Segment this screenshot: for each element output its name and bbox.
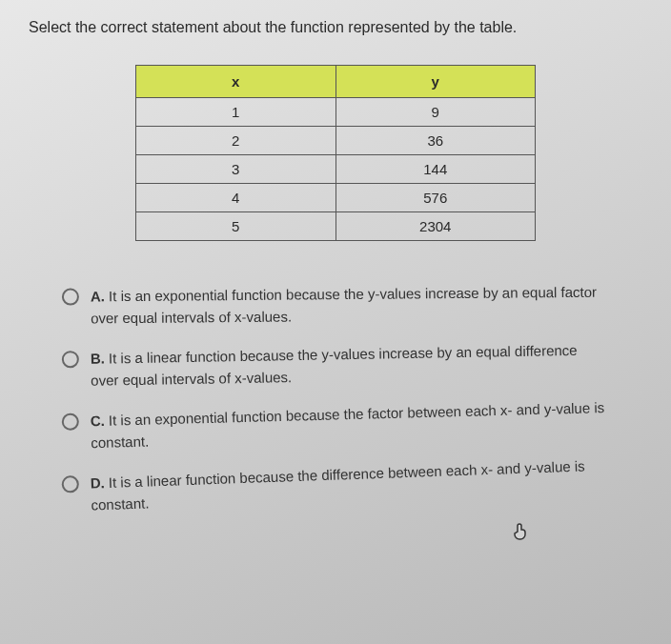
radio-d[interactable] [61,475,79,493]
table-header-y: y [336,66,536,98]
table-cell-y: 576 [336,184,536,212]
table-container: x y 1 9 2 36 3 144 4 576 5 2304 [29,65,642,241]
table-row: 5 2304 [136,212,536,241]
option-b-text: B. It is a linear function because the y… [91,339,606,391]
option-d-text: D. It is a linear function because the d… [90,455,605,516]
option-a-text: A. It is an exponential function because… [91,282,605,330]
table-row: 3 144 [136,155,536,184]
options-container: A. It is an exponential function because… [29,284,642,507]
table-cell-y: 9 [336,98,536,127]
table-cell-x: 3 [136,155,336,184]
question-text: Select the correct statement about the f… [29,19,642,36]
radio-c[interactable] [62,413,79,431]
table-row: 1 9 [136,98,536,127]
table-cell-x: 5 [136,212,336,241]
table-cell-x: 1 [136,98,336,127]
radio-b[interactable] [62,351,79,368]
radio-a[interactable] [62,289,79,306]
option-c-text: C. It is an exponential function because… [91,397,606,453]
table-cell-x: 2 [136,127,336,155]
table-cell-y: 144 [336,155,536,184]
table-header-x: x [136,66,336,98]
option-c[interactable]: C. It is an exponential function because… [62,396,643,454]
table-cell-x: 4 [136,184,336,212]
option-d[interactable]: D. It is a linear function because the d… [61,453,642,516]
table-row: 2 36 [136,127,536,155]
table-cell-y: 36 [336,127,536,155]
option-a[interactable]: A. It is an exponential function because… [62,281,642,329]
table-row: 4 576 [136,184,536,212]
cursor-icon [510,519,533,547]
table-cell-y: 2304 [336,212,536,241]
option-b[interactable]: B. It is a linear function because the y… [62,339,643,392]
function-table: x y 1 9 2 36 3 144 4 576 5 2304 [135,65,536,241]
